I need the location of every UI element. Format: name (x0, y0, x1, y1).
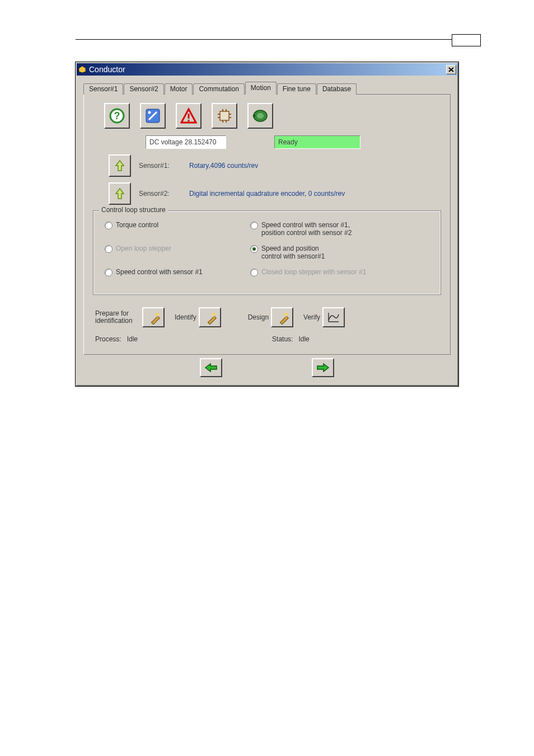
svg-marker-25 (283, 312, 289, 317)
tab-commutation[interactable]: Commutation (193, 83, 244, 95)
sensor2-desc: Digital incremental quadrature encoder, … (189, 190, 345, 198)
svg-marker-23 (210, 312, 217, 317)
identify-button[interactable] (199, 307, 221, 327)
identify-label: Identify (175, 314, 196, 321)
status-row: Process: Idle Status: Idle (95, 335, 442, 343)
io-icon (217, 108, 232, 124)
radio-torque-control[interactable]: Torque control (105, 221, 245, 237)
radio-icon (250, 245, 258, 253)
prev-button[interactable] (200, 358, 222, 377)
svg-rect-14 (218, 117, 220, 118)
radio-label: Speed and position control with sensor#1 (261, 245, 325, 260)
radio-icon (250, 222, 258, 229)
wizard-icon (144, 107, 161, 124)
tab-strip: Sensor#1 Sensor#2 Motor Commutation Moti… (83, 81, 451, 95)
svg-rect-13 (218, 114, 220, 115)
svg-rect-9 (222, 109, 223, 111)
window-title: Conductor (89, 65, 445, 74)
ready-field: Ready (274, 135, 360, 149)
verify-label: Verify (303, 314, 320, 321)
warning-icon (180, 107, 197, 124)
wand-icon (203, 310, 217, 325)
radio-icon (250, 269, 258, 276)
tab-database[interactable]: Database (317, 83, 357, 95)
arrow-right-icon (316, 363, 330, 373)
next-button[interactable] (312, 358, 334, 377)
status-status: Status: Idle (272, 335, 310, 343)
prepare-label: Prepare for identification (95, 310, 140, 325)
tab-sensor1[interactable]: Sensor#1 (83, 83, 123, 95)
svg-marker-0 (79, 66, 86, 73)
motor-icon (252, 107, 269, 124)
radio-label: Open loop stepper (116, 245, 171, 252)
process-label: Process: (95, 335, 121, 343)
sensor2-row: Sensor#2: Digital incremental quadrature… (109, 182, 442, 205)
sensor1-label: Sensor#1: (139, 162, 189, 170)
svg-rect-6 (188, 114, 190, 119)
design-label: Design (248, 314, 269, 321)
motion-panel: ? DC voltage (83, 95, 451, 355)
wand-icon (146, 310, 161, 325)
help-button[interactable]: ? (104, 103, 130, 129)
tab-motion[interactable]: Motion (245, 82, 277, 95)
svg-rect-24 (280, 316, 289, 325)
up-arrow-icon (114, 187, 125, 200)
radio-label: Torque control (116, 221, 158, 229)
radio-label: Closed loop stepper with sensor #1 (261, 268, 366, 276)
identify-action: Identify (175, 307, 221, 327)
close-button[interactable] (446, 65, 456, 74)
action-row: Prepare for identification Identify Desi… (95, 307, 442, 327)
radio-grid: Torque control Speed control with sensor… (105, 221, 434, 276)
design-action: Design (248, 307, 293, 327)
sensor1-button[interactable] (109, 154, 131, 177)
ready-label: Ready (278, 138, 298, 146)
help-icon: ? (109, 108, 125, 124)
toolbar: ? (104, 103, 442, 129)
status-value: Idle (298, 335, 309, 343)
titlebar: Conductor (77, 63, 457, 76)
design-button[interactable] (271, 307, 293, 327)
graph-icon (327, 311, 340, 323)
radio-speed-s1[interactable]: Speed control with sensor #1 (105, 268, 245, 276)
svg-text:?: ? (114, 110, 120, 121)
radio-speed-pos-s1s2[interactable]: Speed control with sensor #1, position c… (250, 221, 407, 237)
sensor2-label: Sensor#2: (139, 190, 189, 198)
dc-voltage-label: DC voltage (149, 138, 182, 146)
page-header-rule (76, 39, 481, 40)
radio-icon (105, 222, 113, 229)
svg-rect-7 (188, 120, 190, 121)
tab-sensor2[interactable]: Sensor#2 (124, 83, 163, 95)
dc-voltage-field: DC voltage 28.152470 (146, 135, 226, 149)
nav-row (83, 355, 451, 381)
close-icon (448, 67, 454, 72)
prepare-action: Prepare for identification (95, 307, 165, 327)
verify-button[interactable] (322, 307, 345, 327)
dc-voltage-value: 28.152470 (185, 138, 217, 146)
process-value: Idle (127, 335, 138, 343)
process-status: Process: Idle (95, 335, 138, 343)
svg-rect-16 (229, 117, 231, 118)
wizard-button[interactable] (140, 103, 166, 129)
svg-point-18 (257, 113, 264, 119)
motor-button[interactable] (247, 103, 273, 129)
svg-rect-10 (226, 109, 227, 111)
svg-point-4 (148, 111, 151, 114)
voltage-status-row: DC voltage 28.152470 Ready (109, 135, 442, 149)
app-icon (78, 65, 87, 74)
tab-motor[interactable]: Motor (165, 83, 193, 95)
radio-speed-pos-s1[interactable]: Speed and position control with sensor#1 (250, 245, 407, 260)
prepare-button[interactable] (142, 307, 165, 327)
svg-rect-22 (208, 316, 216, 325)
status-label: Status: (272, 335, 293, 343)
group-title: Control loop structure (99, 206, 168, 214)
radio-label: Speed control with sensor #1 (116, 268, 203, 276)
wand-icon (275, 310, 289, 325)
up-arrow-icon (114, 159, 125, 172)
io-button[interactable] (212, 103, 237, 129)
radio-label: Speed control with sensor #1, position c… (261, 221, 352, 237)
tab-finetune[interactable]: Fine tune (277, 83, 316, 95)
warning-button[interactable] (176, 103, 202, 129)
control-loop-group: Control loop structure Torque control Sp… (93, 210, 441, 295)
sensor2-button[interactable] (109, 182, 131, 205)
dialog-body: Sensor#1 Sensor#2 Motor Commutation Moti… (77, 76, 457, 385)
